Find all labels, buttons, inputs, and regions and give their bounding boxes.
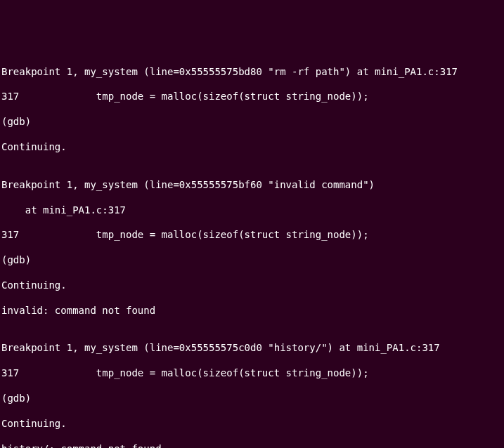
terminal-output[interactable]: Breakpoint 1, my_system (line=0x55555575… [1,53,503,448]
output-line: Breakpoint 1, my_system (line=0x55555575… [1,342,503,355]
output-line: 317 tmp_node = malloc(sizeof(struct stri… [1,91,503,103]
output-line: invalid: command not found [1,305,503,317]
output-line: history/: command not found [1,443,503,448]
output-line: Continuing. [1,141,503,154]
output-line: Continuing. [1,279,503,292]
output-line: 317 tmp_node = malloc(sizeof(struct stri… [1,229,503,242]
output-line: (gdb) [1,254,503,267]
output-line: Continuing. [1,418,503,430]
output-line: Breakpoint 1, my_system (line=0x55555575… [1,179,503,192]
output-line: (gdb) [1,116,503,129]
output-line: (gdb) [1,393,503,405]
output-line: 317 tmp_node = malloc(sizeof(struct stri… [1,367,503,380]
output-line: at mini_PA1.c:317 [1,204,503,217]
output-line: Breakpoint 1, my_system (line=0x55555575… [1,66,503,79]
